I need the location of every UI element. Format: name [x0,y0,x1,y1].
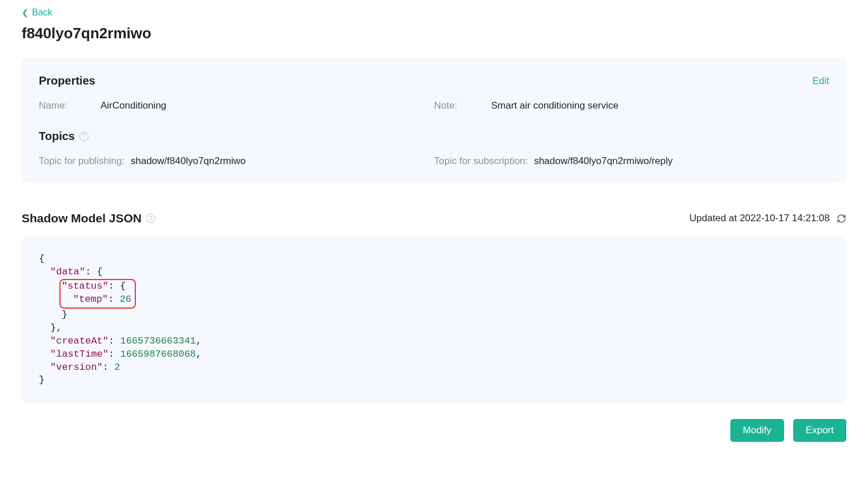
chevron-left-icon: ❮ [22,8,29,17]
note-value: Smart air conditioning service [491,100,618,111]
name-label: Name: [39,100,98,111]
name-value: AirConditioning [101,100,166,111]
topic-pub-label: Topic for publishing: [39,155,124,166]
topic-sub-label: Topic for subscription: [434,155,528,166]
json-section-title: Shadow Model JSON [22,211,142,225]
back-label: Back [32,7,53,18]
help-icon[interactable]: ? [146,214,155,223]
topic-pub-value: shadow/f840lyo7qn2rmiwo [131,155,246,166]
properties-panel: Properties Edit Name: AirConditioning No… [22,58,846,183]
note-label: Note: [434,100,489,111]
edit-button[interactable]: Edit [813,75,829,87]
page-title: f840lyo7qn2rmiwo [22,25,846,42]
updated-at-label: Updated at 2022-10-17 14:21:08 [689,213,830,224]
help-icon[interactable]: ? [79,132,89,141]
back-link[interactable]: ❮ Back [22,7,53,18]
refresh-icon[interactable] [837,214,846,223]
modify-button[interactable]: Modify [730,419,784,442]
properties-title: Properties [39,74,95,87]
topics-title: Topics [39,130,75,143]
topic-sub-value: shadow/f840lyo7qn2rmiwo/reply [534,155,673,166]
highlight-annotation: "status": { "temp": 26 [59,279,136,309]
json-code-block: { "data": { "status": { "temp": 26 } }, … [22,237,846,403]
export-button[interactable]: Export [793,419,846,442]
